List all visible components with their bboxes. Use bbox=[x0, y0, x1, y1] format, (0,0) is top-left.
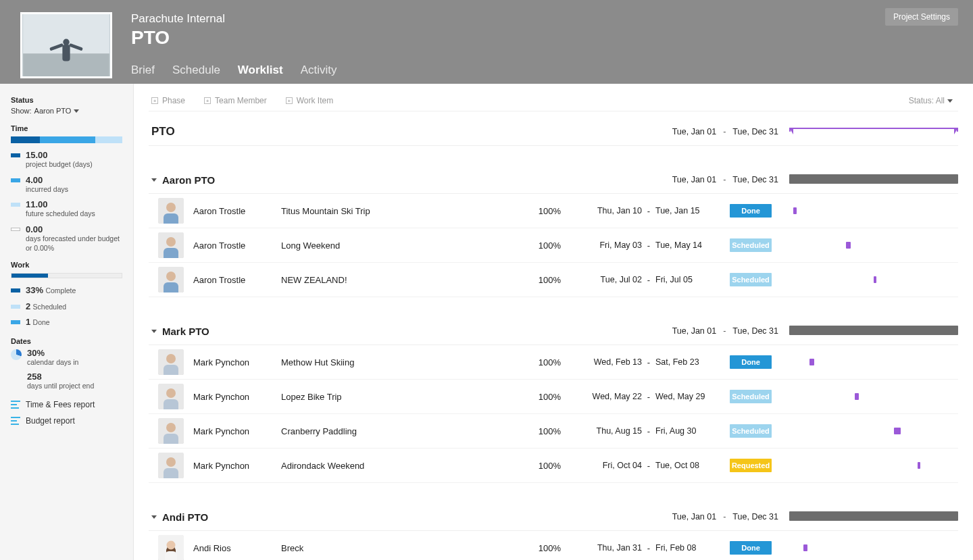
section-start: Tue, Jan 01 bbox=[672, 175, 717, 184]
section-header[interactable]: Aaron PTO Tue, Jan 01 - Tue, Dec 31 bbox=[149, 166, 958, 194]
member-name: Aaron Trostle bbox=[193, 240, 281, 251]
metric-value: 11.00 bbox=[26, 199, 48, 209]
chevron-down-icon bbox=[947, 99, 953, 103]
time-progress-bar bbox=[11, 136, 122, 143]
col-work-item[interactable]: +Work Item bbox=[286, 96, 333, 105]
collapse-icon[interactable] bbox=[151, 330, 157, 333]
row-start-date: Thu, Aug 15 bbox=[581, 426, 642, 436]
metric-label: Complete bbox=[45, 286, 76, 295]
calendar-pct: 30% bbox=[27, 348, 94, 358]
gantt-cell bbox=[789, 423, 958, 439]
work-row[interactable]: Aaron Trostle Long Weekend 100% Fri, May… bbox=[149, 228, 958, 263]
work-item-title: Titus Mountain Ski Trip bbox=[281, 206, 520, 216]
row-start-date: Thu, Jan 31 bbox=[581, 543, 642, 553]
legend-chip bbox=[11, 203, 20, 207]
section-title: Andi PTO bbox=[162, 511, 208, 523]
tab-schedule[interactable]: Schedule bbox=[172, 63, 220, 77]
row-end-date: Sat, Feb 23 bbox=[655, 357, 716, 367]
work-item-title: Methow Hut Skiing bbox=[281, 357, 520, 367]
status-badge[interactable]: Requested bbox=[730, 459, 772, 472]
work-item-title: Lopez Bike Trip bbox=[281, 392, 520, 402]
metric-value: 2 bbox=[26, 301, 30, 311]
metric-label: days forecasted under budget or 0.00% bbox=[26, 234, 122, 253]
project-tabs: BriefScheduleWorklistActivity bbox=[131, 63, 336, 84]
allocation-pct: 100% bbox=[520, 275, 561, 285]
section-header[interactable]: Andi PTO Tue, Jan 01 - Tue, Dec 31 bbox=[149, 503, 958, 531]
avatar bbox=[158, 535, 184, 560]
row-end-date: Wed, May 29 bbox=[655, 392, 716, 401]
row-start-date: Fri, Oct 04 bbox=[581, 461, 642, 470]
row-end-date: Fri, Jul 05 bbox=[655, 275, 716, 284]
work-item-title: Breck bbox=[281, 543, 520, 553]
status-badge[interactable]: Done bbox=[730, 541, 772, 555]
row-start-date: Wed, May 22 bbox=[581, 392, 642, 401]
row-end-date: Fri, Feb 08 bbox=[655, 543, 716, 553]
work-row[interactable]: Mark Pynchon Adirondack Weekend 100% Fri… bbox=[149, 449, 958, 483]
section-start: Tue, Jan 01 bbox=[672, 326, 717, 336]
gantt-cell bbox=[789, 540, 958, 556]
project-settings-button[interactable]: Project Settings bbox=[885, 8, 958, 26]
section-end: Tue, Dec 31 bbox=[732, 175, 778, 184]
member-name: Mark Pynchon bbox=[193, 426, 281, 436]
allocation-pct: 100% bbox=[520, 240, 561, 251]
pie-icon bbox=[11, 349, 22, 360]
work-item-title: NEW ZEALAND! bbox=[281, 275, 520, 285]
collapse-icon[interactable] bbox=[151, 178, 157, 182]
collapse-icon[interactable] bbox=[151, 515, 157, 519]
section-start: Tue, Jan 01 bbox=[672, 512, 717, 521]
work-progress-bar bbox=[11, 273, 122, 278]
work-row[interactable]: Andi Rios Breck 100% Thu, Jan 31 - Fri, … bbox=[149, 531, 958, 560]
hero-header: Parachute Internal PTO BriefScheduleWork… bbox=[0, 0, 973, 84]
allocation-pct: 100% bbox=[520, 392, 561, 402]
status-badge[interactable]: Scheduled bbox=[730, 238, 772, 252]
allocation-pct: 100% bbox=[520, 357, 561, 367]
org-name: Parachute Internal bbox=[131, 12, 336, 26]
status-show-dropdown[interactable]: Show: Aaron PTO bbox=[11, 107, 122, 115]
work-row[interactable]: Aaron Trostle NEW ZEALAND! 100% Tue, Jul… bbox=[149, 263, 958, 297]
metric-value: 1 bbox=[26, 317, 30, 327]
avatar bbox=[158, 418, 184, 444]
status-badge[interactable]: Scheduled bbox=[730, 273, 772, 286]
allocation-pct: 100% bbox=[520, 543, 561, 553]
avatar bbox=[158, 453, 184, 478]
legend-chip bbox=[11, 288, 20, 292]
status-filter-dropdown[interactable]: Status: All bbox=[909, 96, 953, 105]
section-header[interactable]: Mark PTO Tue, Jan 01 - Tue, Dec 31 bbox=[149, 317, 958, 345]
metric-label: future scheduled days bbox=[26, 209, 95, 219]
col-member[interactable]: +Team Member bbox=[204, 96, 267, 105]
status-badge[interactable]: Scheduled bbox=[730, 390, 772, 403]
work-row[interactable]: Mark Pynchon Methow Hut Skiing 100% Wed,… bbox=[149, 345, 958, 380]
gantt-cell bbox=[789, 172, 958, 188]
report-link[interactable]: Budget report bbox=[11, 416, 122, 426]
sidebar-time-heading: Time bbox=[11, 124, 122, 132]
gantt-cell bbox=[789, 124, 958, 140]
allocation-pct: 100% bbox=[520, 426, 561, 436]
column-headers: +Phase +Team Member +Work Item Status: A… bbox=[149, 93, 958, 111]
avatar bbox=[158, 267, 184, 292]
section-end: Tue, Dec 31 bbox=[732, 326, 778, 336]
gantt-cell bbox=[789, 237, 958, 253]
gantt-cell bbox=[789, 354, 958, 370]
member-name: Mark Pynchon bbox=[193, 392, 281, 402]
gantt-cell bbox=[789, 509, 958, 525]
status-badge[interactable]: Scheduled bbox=[730, 424, 772, 438]
work-row[interactable]: Mark Pynchon Lopez Bike Trip 100% Wed, M… bbox=[149, 380, 958, 414]
row-end-date: Fri, Aug 30 bbox=[655, 426, 716, 436]
metric-label: Done bbox=[33, 318, 50, 326]
metric-label: Scheduled bbox=[33, 303, 67, 311]
row-end-date: Tue, May 14 bbox=[655, 240, 716, 250]
row-start-date: Wed, Feb 13 bbox=[581, 357, 642, 367]
status-badge[interactable]: Done bbox=[730, 204, 772, 218]
status-badge[interactable]: Done bbox=[730, 355, 772, 369]
gantt-cell bbox=[789, 272, 958, 288]
tab-brief[interactable]: Brief bbox=[131, 63, 155, 77]
section-header[interactable]: PTO Tue, Jan 01 - Tue, Dec 31 bbox=[149, 118, 958, 146]
tab-activity[interactable]: Activity bbox=[301, 63, 337, 77]
tab-worklist[interactable]: Worklist bbox=[238, 63, 283, 77]
work-row[interactable]: Mark Pynchon Cranberry Paddling 100% Thu… bbox=[149, 414, 958, 449]
work-row[interactable]: Aaron Trostle Titus Mountain Ski Trip 10… bbox=[149, 194, 958, 228]
member-name: Mark Pynchon bbox=[193, 357, 281, 367]
report-link[interactable]: Time & Fees report bbox=[11, 400, 122, 409]
row-end-date: Tue, Oct 08 bbox=[655, 461, 716, 470]
col-phase[interactable]: +Phase bbox=[151, 96, 185, 105]
